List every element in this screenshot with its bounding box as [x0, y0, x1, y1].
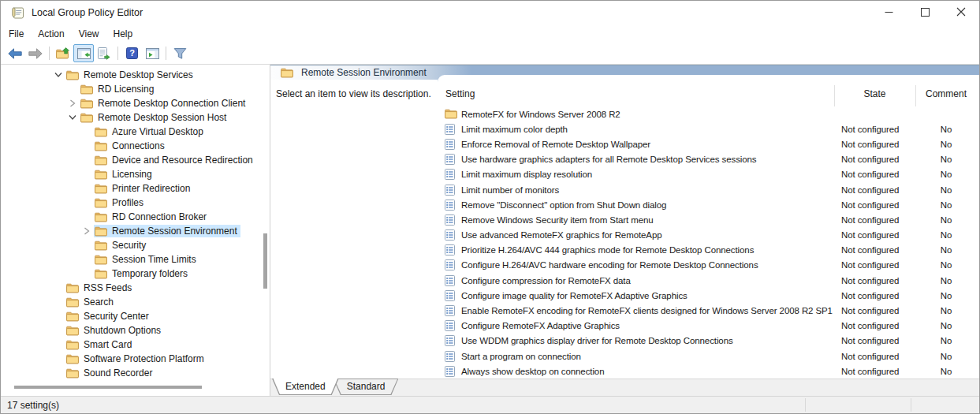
- tree-node[interactable]: Remote Desktop Session Host: [80, 111, 229, 124]
- folder-icon: [95, 170, 107, 180]
- tree-node[interactable]: Temporary folders: [94, 267, 191, 280]
- tree-item-temporary-folders[interactable]: Temporary folders: [1, 267, 270, 281]
- setting-row-configure-image-quality-for-remotefx-adaptive-graphics[interactable]: Configure image quality for RemoteFX Ada…: [438, 288, 979, 303]
- tree-node[interactable]: Sound Recorder: [65, 367, 155, 379]
- column-header-comment[interactable]: Comment: [915, 88, 977, 99]
- tab-extended[interactable]: Extended: [272, 379, 339, 395]
- tree-node[interactable]: Remote Desktop Services: [65, 69, 196, 81]
- tree-node[interactable]: Security Center: [65, 310, 152, 323]
- tab-standard[interactable]: Standard: [333, 379, 399, 395]
- tree-node[interactable]: Connections: [94, 140, 168, 152]
- tree-node[interactable]: Security: [94, 239, 149, 252]
- filter-button[interactable]: [170, 44, 190, 62]
- tree-item-smart-card[interactable]: Smart Card: [1, 338, 270, 352]
- export-list-button[interactable]: [94, 44, 114, 62]
- tree-vertical-scrollbar[interactable]: [263, 233, 267, 289]
- show-console-tree-button[interactable]: [73, 44, 94, 62]
- tree-node[interactable]: Shutdown Options: [65, 324, 164, 337]
- folder-icon: [95, 198, 107, 208]
- tree-node[interactable]: RSS Feeds: [65, 282, 135, 294]
- setting-row-use-advanced-remotefx-graphics-for-remoteapp[interactable]: Use advanced RemoteFX graphics for Remot…: [438, 228, 979, 243]
- back-button[interactable]: [5, 44, 25, 62]
- tree-node[interactable]: Licensing: [94, 168, 155, 181]
- forward-button[interactable]: [25, 44, 46, 62]
- tree-node[interactable]: Profiles: [94, 196, 147, 209]
- tree-item-azure-virtual-desktop[interactable]: Azure Virtual Desktop: [1, 125, 270, 139]
- folder-icon: [95, 127, 107, 137]
- setting-row-enable-remotefx-encoding-for-remotefx-clients-designed-for-windows-server-2008-r2-sp1[interactable]: Enable RemoteFX encoding for RemoteFX cl…: [438, 303, 979, 318]
- tree-horizontal-scrollbar[interactable]: [14, 386, 202, 389]
- tree-node[interactable]: Remote Session Environment: [94, 225, 240, 237]
- setting-row-remove-disconnect-option-from-shut-down-dialog[interactable]: Remove "Disconnect" option from Shut Dow…: [438, 197, 979, 212]
- collapse-chevron-icon[interactable]: [51, 72, 65, 78]
- tree-node[interactable]: Smart Card: [65, 338, 135, 351]
- tree-node[interactable]: Remote Desktop Connection Client: [80, 97, 248, 110]
- setting-row-always-show-desktop-on-connection[interactable]: Always show desktop on connectionNot con…: [438, 364, 979, 379]
- expand-chevron-icon[interactable]: [65, 99, 80, 107]
- setting-comment: No: [915, 245, 977, 255]
- menu-action[interactable]: Action: [31, 26, 71, 42]
- filter-icon: [173, 47, 187, 60]
- setting-row-use-hardware-graphics-adapters-for-all-remote-desktop-services-sessions[interactable]: Use hardware graphics adapters for all R…: [438, 152, 979, 167]
- setting-row-configure-h-264-avc-hardware-encoding-for-remote-desktop-connections[interactable]: Configure H.264/AVC hardware encoding fo…: [438, 258, 979, 273]
- column-header-state[interactable]: State: [834, 88, 915, 99]
- export-list-icon: [98, 47, 110, 60]
- tree-item-security-center[interactable]: Security Center: [1, 309, 270, 323]
- tree-item-printer-redirection[interactable]: Printer Redirection: [1, 181, 270, 196]
- setting-row-remotefx-for-windows-server-2008-r2[interactable]: RemoteFX for Windows Server 2008 R2: [438, 106, 979, 121]
- tree-item-remote-desktop-session-host[interactable]: Remote Desktop Session Host: [1, 110, 270, 125]
- tree-item-profiles[interactable]: Profiles: [1, 196, 270, 210]
- expand-chevron-icon[interactable]: [80, 227, 94, 235]
- tree-item-rd-connection-broker[interactable]: RD Connection Broker: [1, 210, 270, 224]
- tree-node[interactable]: RD Licensing: [80, 83, 157, 95]
- tree-item-remote-desktop-connection-client[interactable]: Remote Desktop Connection Client: [1, 96, 270, 110]
- tree-item-licensing[interactable]: Licensing: [1, 167, 270, 181]
- setting-row-start-a-program-on-connection[interactable]: Start a program on connectionNot configu…: [438, 349, 979, 364]
- tree-item-connections[interactable]: Connections: [1, 139, 270, 153]
- tree-item-remote-session-environment[interactable]: Remote Session Environment: [1, 224, 270, 238]
- tree-node[interactable]: Session Time Limits: [94, 253, 199, 266]
- close-button[interactable]: [943, 1, 979, 24]
- tree-item-software-protection-platform[interactable]: Software Protection Platform: [1, 352, 270, 366]
- tree-item-session-time-limits[interactable]: Session Time Limits: [1, 252, 270, 267]
- minimize-button[interactable]: [870, 1, 907, 24]
- up-one-level-button[interactable]: [53, 44, 73, 62]
- setting-row-use-wddm-graphics-display-driver-for-remote-desktop-connections[interactable]: Use WDDM graphics display driver for Rem…: [438, 334, 979, 349]
- title-bar[interactable]: Local Group Policy Editor: [1, 1, 979, 24]
- menu-view[interactable]: View: [72, 26, 106, 42]
- collapse-chevron-icon[interactable]: [65, 114, 80, 121]
- setting-row-remove-windows-security-item-from-start-menu[interactable]: Remove Windows Security item from Start …: [438, 212, 979, 227]
- setting-row-limit-maximum-color-depth[interactable]: Limit maximum color depthNot configuredN…: [438, 121, 979, 136]
- column-header-setting[interactable]: Setting: [445, 88, 475, 99]
- maximize-button[interactable]: [907, 1, 943, 24]
- setting-row-configure-compression-for-remotefx-data[interactable]: Configure compression for RemoteFX dataN…: [438, 273, 979, 288]
- setting-name: Enforce Removal of Remote Desktop Wallpa…: [461, 140, 834, 149]
- setting-row-limit-maximum-display-resolution[interactable]: Limit maximum display resolutionNot conf…: [438, 167, 979, 182]
- menu-file[interactable]: File: [2, 26, 31, 42]
- tree-node[interactable]: RD Connection Broker: [94, 211, 210, 223]
- setting-row-enforce-removal-of-remote-desktop-wallpaper[interactable]: Enforce Removal of Remote Desktop Wallpa…: [438, 136, 979, 151]
- tree-item-shutdown-options[interactable]: Shutdown Options: [1, 323, 270, 338]
- tree-item-search[interactable]: Search: [1, 295, 270, 309]
- tree-item-device-and-resource-redirection[interactable]: Device and Resource Redirection: [1, 153, 270, 167]
- setting-row-prioritize-h-264-avc-444-graphics-mode-for-remote-desktop-connections[interactable]: Prioritize H.264/AVC 444 graphics mode f…: [438, 243, 979, 258]
- tree-item-rss-feeds[interactable]: RSS Feeds: [1, 281, 270, 295]
- setting-state: Not configured: [841, 336, 915, 345]
- tree-node[interactable]: Azure Virtual Desktop: [94, 125, 207, 138]
- tree-node[interactable]: Device and Resource Redirection: [94, 154, 256, 166]
- show-action-pane-button[interactable]: [142, 44, 162, 62]
- folder-icon: [95, 241, 107, 251]
- tree-node[interactable]: Search: [65, 296, 117, 308]
- tree-item-sound-recorder[interactable]: Sound Recorder: [1, 366, 270, 380]
- tree-node[interactable]: Software Protection Platform: [65, 352, 207, 365]
- help-button[interactable]: ?: [121, 44, 142, 62]
- tree-item-rd-licensing[interactable]: RD Licensing: [1, 82, 270, 96]
- setting-state: Not configured: [841, 170, 915, 179]
- setting-row-configure-remotefx-adaptive-graphics[interactable]: Configure RemoteFX Adaptive GraphicsNot …: [438, 319, 979, 334]
- tree-item-security[interactable]: Security: [1, 238, 270, 252]
- menu-help[interactable]: Help: [106, 26, 140, 42]
- setting-comment: No: [915, 185, 977, 195]
- tree-item-remote-desktop-services[interactable]: Remote Desktop Services: [1, 68, 270, 82]
- setting-row-limit-number-of-monitors[interactable]: Limit number of monitorsNot configuredNo: [438, 182, 979, 197]
- tree-node[interactable]: Printer Redirection: [94, 182, 193, 195]
